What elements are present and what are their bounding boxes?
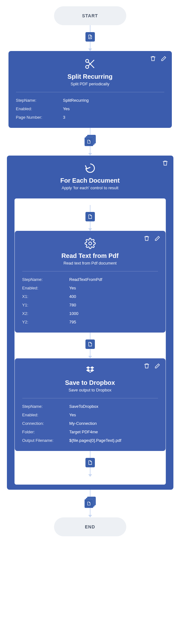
property-row: Enabled:Yes: [16, 106, 164, 111]
end-node: END: [54, 517, 126, 536]
gear-icon: [22, 238, 158, 249]
end-label: END: [85, 524, 95, 529]
property-row: StepName:ReadTextFromPdf: [22, 277, 158, 282]
start-label: START: [82, 13, 98, 18]
start-node: START: [54, 6, 126, 25]
loop-icon: [14, 162, 166, 174]
property-key: X1:: [22, 294, 69, 299]
property-value: 780: [69, 303, 158, 307]
connector: [85, 205, 95, 231]
property-row: Connection:My-Connection: [22, 421, 158, 426]
property-value: 3: [63, 115, 164, 120]
edit-icon[interactable]: [154, 235, 161, 243]
property-key: Enabled:: [16, 106, 63, 111]
card-properties: StepName:SaveToDropboxEnabled:YesConnect…: [22, 404, 158, 443]
property-key: Output Filename:: [22, 438, 69, 443]
card-title: Save to Dropbox: [22, 379, 158, 386]
pdf-icon: [85, 212, 95, 221]
card-properties: StepName:ReadTextFromPdfEnabled:YesX1:40…: [22, 277, 158, 324]
property-key: Enabled:: [22, 413, 69, 417]
property-value: ReadTextFromPdf: [69, 277, 158, 282]
split-recurring-card: Split Recurring Split PDF periodically S…: [8, 51, 172, 128]
card-subtitle: Apply 'for each' control to result: [14, 185, 166, 190]
dropbox-icon: [22, 365, 158, 376]
property-value: ${file.pages[0].PageText}.pdf: [69, 438, 158, 443]
foreach-body: Read Text from Pdf Read text from Pdf do…: [14, 198, 166, 485]
connector: [85, 490, 96, 517]
property-key: Page Number:: [16, 115, 63, 120]
read-text-card: Read Text from Pdf Read text from Pdf do…: [15, 231, 166, 333]
property-key: Folder:: [22, 430, 69, 434]
property-key: X2:: [22, 311, 69, 316]
property-value: Target PDF4me: [69, 430, 158, 434]
svg-point-4: [89, 242, 91, 245]
property-value: Yes: [63, 106, 164, 111]
card-subtitle: Split PDF periodically: [16, 82, 164, 86]
property-value: Yes: [69, 286, 158, 290]
pdf-icon: [85, 339, 95, 349]
connector: [85, 25, 95, 51]
property-row: StepName:SplitRecurring: [16, 98, 164, 103]
card-properties: StepName:SplitRecurringEnabled:YesPage N…: [16, 98, 164, 120]
scissors-icon: [16, 58, 164, 70]
svg-point-1: [85, 66, 89, 69]
property-key: Y1:: [22, 303, 69, 307]
property-value: 795: [69, 320, 158, 324]
edit-icon[interactable]: [161, 55, 167, 63]
property-key: StepName:: [22, 277, 69, 282]
property-row: X2:1000: [22, 311, 158, 316]
pdf-stack-icon: [85, 135, 96, 146]
svg-point-0: [85, 60, 89, 63]
property-row: Page Number:3: [16, 115, 164, 120]
property-key: Connection:: [22, 421, 69, 426]
property-row: X1:400: [22, 294, 158, 299]
card-title: Split Recurring: [16, 73, 164, 80]
property-value: Yes: [69, 413, 158, 417]
property-row: Output Filename:${file.pages[0].PageText…: [22, 438, 158, 443]
card-subtitle: Save output to Dropbox: [22, 388, 158, 392]
connector: [85, 333, 95, 358]
property-row: Enabled:Yes: [22, 413, 158, 417]
delete-icon[interactable]: [144, 363, 150, 370]
property-value: 400: [69, 294, 158, 299]
pdf-icon: [85, 32, 95, 42]
property-row: Y2:795: [22, 320, 158, 324]
dropbox-card: Save to Dropbox Save output to Dropbox S…: [15, 358, 166, 451]
property-key: Y2:: [22, 320, 69, 324]
pdf-stack-icon: [85, 497, 96, 508]
pdf-icon: [85, 458, 95, 467]
card-subtitle: Read text from Pdf document: [22, 261, 158, 265]
property-value: SaveToDropbox: [69, 404, 158, 409]
property-row: Enabled:Yes: [22, 286, 158, 290]
card-title: For Each Document: [14, 177, 166, 184]
property-key: StepName:: [16, 98, 63, 103]
card-title: Read Text from Pdf: [22, 252, 158, 259]
property-value: SplitRecurring: [63, 98, 164, 103]
property-row: Y1:780: [22, 303, 158, 307]
connector: [85, 128, 96, 156]
property-value: My-Connection: [69, 421, 158, 426]
property-row: StepName:SaveToDropbox: [22, 404, 158, 409]
delete-icon[interactable]: [150, 55, 156, 63]
property-row: Folder:Target PDF4me: [22, 430, 158, 434]
delete-icon[interactable]: [162, 160, 168, 168]
connector: [85, 451, 95, 477]
edit-icon[interactable]: [154, 363, 161, 370]
foreach-card: For Each Document Apply 'for each' contr…: [7, 156, 173, 490]
delete-icon[interactable]: [144, 235, 150, 243]
property-key: Enabled:: [22, 286, 69, 290]
property-key: StepName:: [22, 404, 69, 409]
property-value: 1000: [69, 311, 158, 316]
